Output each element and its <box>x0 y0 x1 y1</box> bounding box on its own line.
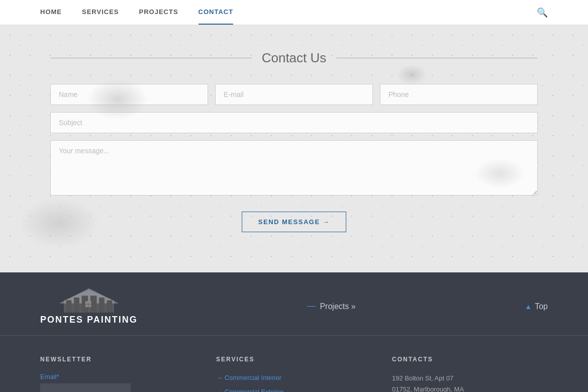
required-mark: * <box>57 373 59 380</box>
svg-rect-11 <box>88 305 91 307</box>
svg-rect-9 <box>88 301 91 304</box>
services-list: Commercial Interior Commercial Exterior … <box>216 373 372 392</box>
services-title: SERVICES <box>216 356 372 363</box>
brand-name: PONTES PAINTING <box>40 315 138 325</box>
projects-link-label: Projects » <box>320 302 355 311</box>
svg-rect-7 <box>107 300 112 313</box>
svg-rect-8 <box>85 301 88 304</box>
section-title-wrap: Contact Us <box>50 50 538 66</box>
services-col: SERVICES Commercial Interior Commercial … <box>216 356 372 392</box>
layers-icon: ⸻ <box>307 301 316 312</box>
message-input[interactable] <box>50 140 538 195</box>
send-button[interactable]: SEND MESSAGE → <box>242 212 346 232</box>
nav-home[interactable]: HOME <box>40 0 62 25</box>
main-nav: HOME SERVICES PROJECTS CONTACT 🔍 <box>0 0 588 25</box>
contact-form: SEND MESSAGE → <box>50 84 538 232</box>
newsletter-email-input[interactable] <box>40 383 131 392</box>
email-input[interactable] <box>215 84 373 105</box>
top-link-label: Top <box>535 302 548 311</box>
nav-services[interactable]: SERVICES <box>82 0 119 25</box>
newsletter-title: NEWSLETTER <box>40 356 196 363</box>
form-row-message <box>50 140 538 212</box>
svg-rect-6 <box>99 298 105 313</box>
footer-projects-link[interactable]: ⸻ Projects » <box>307 301 355 312</box>
newsletter-col: NEWSLETTER Email* We keep your data priv… <box>40 356 196 392</box>
svg-rect-4 <box>81 296 88 313</box>
subject-input[interactable] <box>50 112 538 133</box>
footer: PONTES PAINTING ⸻ Projects » ▲ Top NEWSL… <box>0 272 588 392</box>
form-row-subject <box>50 112 538 140</box>
top-arrow-icon: ▲ <box>525 303 532 311</box>
title-line-left <box>51 58 252 58</box>
list-item: Commercial Interior <box>216 373 372 382</box>
search-icon[interactable]: 🔍 <box>537 7 548 18</box>
footer-brand-bar: PONTES PAINTING ⸻ Projects » ▲ Top <box>0 272 588 336</box>
brand-logo: PONTES PAINTING <box>40 287 138 325</box>
title-line-right <box>336 58 537 58</box>
nav-links: HOME SERVICES PROJECTS CONTACT <box>40 0 233 25</box>
email-label: Email* <box>40 373 196 380</box>
service-commercial-exterior[interactable]: Commercial Exterior <box>216 388 283 392</box>
svg-rect-10 <box>85 305 88 307</box>
footer-columns: NEWSLETTER Email* We keep your data priv… <box>0 336 588 392</box>
contacts-address: 192 Bolton St, Apt 07 01752, Marlborough… <box>392 373 548 392</box>
nav-projects[interactable]: PROJECTS <box>139 0 178 25</box>
contact-section: Contact Us SEND MESSAGE → <box>0 25 588 272</box>
phone-input[interactable] <box>380 84 538 105</box>
svg-rect-3 <box>74 298 79 313</box>
svg-rect-2 <box>66 300 71 313</box>
list-item: Commercial Exterior <box>216 387 372 392</box>
service-commercial-interior[interactable]: Commercial Interior <box>216 374 281 381</box>
contacts-col: CONTACTS 192 Bolton St, Apt 07 01752, Ma… <box>392 356 548 392</box>
svg-rect-5 <box>90 296 97 313</box>
contacts-title: CONTACTS <box>392 356 548 363</box>
name-input[interactable] <box>50 84 208 105</box>
footer-top-link[interactable]: ▲ Top <box>525 302 548 311</box>
nav-contact[interactable]: CONTACT <box>199 0 234 25</box>
logo-house-icon <box>59 287 119 313</box>
section-title: Contact Us <box>262 50 327 66</box>
form-row-top <box>50 84 538 105</box>
